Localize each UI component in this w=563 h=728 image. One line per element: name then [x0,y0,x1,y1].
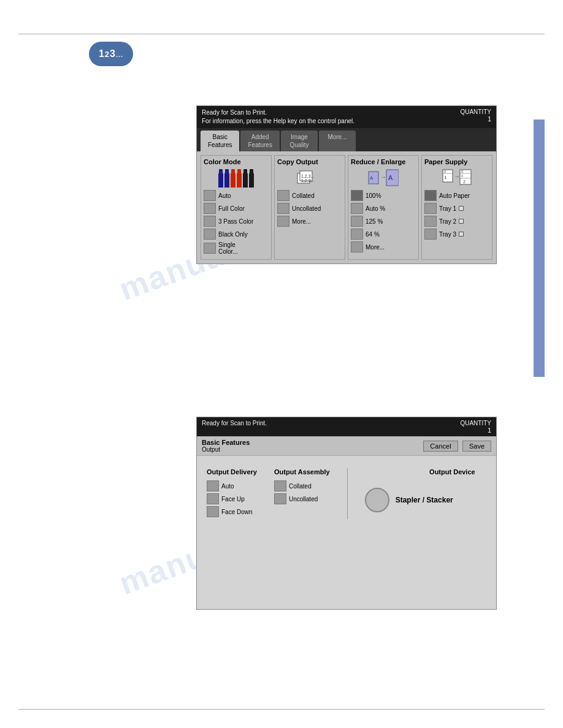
delivery-faceup-label: Face Up [221,496,245,502]
color-auto-label: Auto [218,192,231,199]
panel2-cancel-button[interactable]: Cancel [423,441,458,452]
color-3pass-option[interactable]: 3 Pass Color [204,216,269,227]
reduce-more-label: More... [366,244,385,251]
paper-tray1-option[interactable]: Tray 1 [424,203,489,214]
ink-red2 [237,173,242,188]
panel2-quantity-value: 1 [460,427,491,434]
reduce-enlarge-title: Reduce / Enlarge [351,158,416,165]
tab-basic-features[interactable]: BasicFeatures [201,131,239,151]
copy-more-btn[interactable] [277,216,289,227]
paper-tray3-label: Tray 3 [439,231,456,238]
assembly-uncollated-btn[interactable] [274,493,286,504]
paper-tray3-option[interactable]: Tray 3 [424,229,489,240]
color-black-label: Black Only [218,231,248,238]
assembly-uncollated-option[interactable]: Uncollated [274,493,330,504]
copy-more-option[interactable]: More... [277,216,342,227]
svg-text:1,2,3...: 1,2,3... [301,174,314,178]
tab-added-features[interactable]: AddedFeatures [240,131,279,151]
paper-tray2-option[interactable]: Tray 2 [424,216,489,227]
paper-auto-label: Auto Paper [439,192,470,199]
paper-tray3-btn[interactable] [424,229,437,240]
panel2-subheader-titles: Basic Features Output [202,439,250,453]
delivery-faceup-btn[interactable] [207,493,219,504]
tray3-checkbox [459,232,464,237]
reduce-64-option[interactable]: 64 % [351,229,416,240]
reduce-125-btn[interactable] [351,216,363,227]
reduce-100-option[interactable]: 100% [351,190,416,201]
paper-tray1-btn[interactable] [424,203,437,214]
color-black-option[interactable]: Black Only [204,229,269,240]
reduce-auto-option[interactable]: Auto % [351,203,416,214]
panel2-header-left: Ready for Scan to Print. [202,420,267,434]
color-black-btn[interactable] [204,229,216,240]
svg-text:→: → [454,173,460,180]
svg-text:A: A [370,175,373,181]
delivery-facedown-btn[interactable] [207,506,219,517]
panel2-subheader: Basic Features Output Cancel Save [197,436,496,456]
reduce-125-option[interactable]: 125 % [351,216,416,227]
assembly-collated-btn[interactable] [274,480,286,491]
copy-uncollated-option[interactable]: Uncollated [277,203,342,214]
panel1-header-left: Ready for Scan to Print. For information… [202,108,354,126]
tray1-checkbox [459,206,464,211]
reduce-auto-btn[interactable] [351,203,363,214]
output-device-icon[interactable] [365,488,389,512]
reduce-64-btn[interactable] [351,229,363,240]
tab-image-quality[interactable]: ImageQuality [281,131,318,151]
output-delivery-title: Output Delivery [207,468,262,476]
reduce-more-option[interactable]: More... [351,241,416,252]
copy-output-icon: 1,2,3... 1,2,3... [277,168,342,188]
svg-text:→: → [380,173,386,180]
delivery-auto-btn[interactable] [207,480,219,491]
output-device-title: Output Device [365,468,475,476]
copy-uncollated-btn[interactable] [277,203,289,214]
copy-collated-option[interactable]: Collated [277,190,342,201]
tab-more[interactable]: More... [319,131,356,151]
assembly-collated-option[interactable]: Collated [274,480,330,491]
color-full-btn[interactable] [204,203,216,214]
reduce-100-btn[interactable] [351,190,363,201]
paper-auto-btn[interactable] [424,190,437,201]
delivery-facedown-option[interactable]: Face Down [207,506,262,517]
svg-text:≡: ≡ [461,174,464,178]
paper-auto-option[interactable]: Auto Paper [424,190,489,201]
color-auto-option[interactable]: Auto [204,190,269,201]
panel2-header-right: QUANTITY 1 [460,420,491,434]
svg-text:2: 2 [463,180,465,184]
paper-tray1-label: Tray 1 [439,205,456,212]
panel2-save-button[interactable]: Save [462,441,491,452]
panel1-screenshot: Ready for Scan to Print. For information… [196,105,497,264]
color-mode-section: Color Mode Auto Full Color 3 Pass Color [201,155,272,260]
paper-supply-icon: 1 ≡ → ≡ ≡ 2 [424,168,489,188]
copy-collated-btn[interactable] [277,190,289,201]
reduce-enlarge-svg: A ➜ → A [368,169,399,186]
reduce-125-label: 125 % [366,218,383,225]
color-3pass-btn[interactable] [204,216,216,227]
reduce-100-label: 100% [366,192,381,199]
color-3pass-label: 3 Pass Color [218,218,253,225]
ink-blue2 [224,173,229,188]
color-auto-btn[interactable] [204,190,216,201]
reduce-enlarge-icon: A ➜ → A [351,168,416,188]
panel1-quantity-label: QUANTITY [460,108,491,115]
paper-tray2-btn[interactable] [424,216,437,227]
color-full-option[interactable]: Full Color [204,203,269,214]
right-sidebar-bar [534,119,545,377]
paper-supply-svg: 1 ≡ → ≡ ≡ 2 [442,169,472,187]
reduce-64-label: 64 % [366,231,380,238]
assembly-collated-label: Collated [289,483,312,490]
output-device-row: Stapler / Stacker [365,488,475,512]
delivery-faceup-option[interactable]: Face Up [207,493,262,504]
color-single-option[interactable]: SingleColor... [204,241,269,255]
bottom-rule [18,709,545,710]
color-single-btn[interactable] [204,243,216,254]
reduce-more-btn[interactable] [351,241,363,252]
panel2-sections: Output Delivery Auto Face Up Face Down O… [207,468,486,519]
delivery-auto-label: Auto [221,483,234,490]
delivery-auto-option[interactable]: Auto [207,480,262,491]
step-badge: 123... [89,42,133,66]
copy-output-svg: 1,2,3... 1,2,3... [296,169,323,187]
assembly-uncollated-label: Uncollated [289,496,318,502]
delivery-facedown-label: Face Down [221,509,253,515]
color-full-label: Full Color [218,205,245,212]
